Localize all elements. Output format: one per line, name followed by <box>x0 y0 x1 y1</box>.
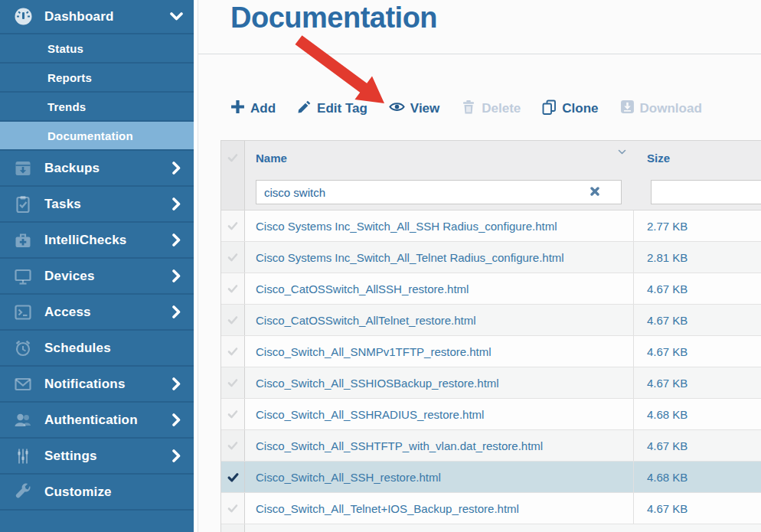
medkit-icon <box>11 230 34 250</box>
chevron-right-icon <box>172 233 181 246</box>
toolbar-button-label: Download <box>640 101 702 116</box>
table-row-selected[interactable]: Cisco_Switch_All_SSH_restore.html 4.68 K… <box>221 462 761 493</box>
clone-icon <box>542 100 557 119</box>
document-size: 4.68 KB <box>647 471 688 484</box>
name-filter-input[interactable] <box>256 180 622 204</box>
column-menu-chevron-icon[interactable] <box>618 149 626 155</box>
delete-button: Delete <box>461 100 521 119</box>
row-checkbox-checked[interactable] <box>221 462 245 492</box>
sidebar-item-label: Customize <box>44 485 112 500</box>
download-icon <box>620 100 635 118</box>
sidebar-item-devices[interactable]: Devices <box>0 259 194 295</box>
column-header-name[interactable]: Name <box>256 152 287 165</box>
sidebar-item-label: Tasks <box>44 197 81 212</box>
row-checkbox[interactable] <box>221 305 245 335</box>
sidebar-item-schedules[interactable]: Schedules <box>0 331 194 367</box>
sidebar-item-label: Documentation <box>47 129 133 142</box>
chevron-right-icon <box>172 269 181 282</box>
document-size: 4.68 KB <box>647 408 688 421</box>
document-name: Cisco_CatOSSwitch_AllTelnet_restore.html <box>256 314 476 327</box>
sidebar-item-reports[interactable]: Reports <box>0 64 194 93</box>
document-size: 4.67 KB <box>647 439 688 452</box>
row-checkbox[interactable] <box>221 430 245 461</box>
sidebar-item-intellichecks[interactable]: IntelliChecks <box>0 223 194 259</box>
table-row-partial <box>221 524 761 532</box>
sidebar-item-label: IntelliChecks <box>44 233 126 248</box>
table-row[interactable]: Cisco Systems Inc_Switch_All_Telnet Radi… <box>221 242 761 273</box>
sliders-icon <box>11 446 34 466</box>
sidebar: Dashboard Status Reports Trends Document… <box>0 0 194 532</box>
table-row[interactable]: Cisco Systems Inc_Switch_All_SSH Radius_… <box>221 211 761 242</box>
sidebar-item-dashboard[interactable]: Dashboard <box>0 0 194 34</box>
document-size: 2.81 KB <box>647 251 688 264</box>
terminal-icon <box>11 302 34 322</box>
sidebar-item-authentication[interactable]: Authentication <box>0 403 194 439</box>
document-size: 4.67 KB <box>647 502 688 515</box>
sidebar-item-documentation[interactable]: Documentation <box>0 122 194 151</box>
archive-icon <box>11 158 34 178</box>
chevron-down-icon <box>172 10 181 23</box>
size-filter-input[interactable] <box>651 180 761 204</box>
chevron-right-icon <box>172 197 181 211</box>
alarm-clock-icon <box>11 338 34 358</box>
sidebar-item-label: Access <box>44 305 91 320</box>
eye-icon <box>389 101 405 116</box>
sidebar-item-access[interactable]: Access <box>0 295 194 331</box>
sidebar-item-tasks[interactable]: Tasks <box>0 187 194 223</box>
row-checkbox[interactable] <box>221 242 245 273</box>
document-size: 4.67 KB <box>647 377 688 390</box>
sidebar-item-label: Schedules <box>44 341 111 356</box>
sidebar-item-label: Trends <box>47 100 86 113</box>
download-button: Download <box>620 100 702 118</box>
row-checkbox[interactable] <box>221 399 245 429</box>
clear-filter-icon[interactable] <box>590 186 600 197</box>
table-row[interactable]: Cisco_CatOSSwitch_AllSSH_restore.html 4.… <box>221 273 761 305</box>
row-checkbox[interactable] <box>221 367 245 398</box>
row-checkbox[interactable] <box>221 211 245 241</box>
table-row[interactable]: Cisco_Switch_All_SSHIOSBackup_restore.ht… <box>221 367 761 399</box>
view-button[interactable]: View <box>389 101 439 116</box>
sidebar-item-notifications[interactable]: Notifications <box>0 367 194 403</box>
table-row[interactable]: Cisco_Switch_All_Telnet+IOS_Backup_resto… <box>221 493 761 524</box>
toolbar-button-label: Edit Tag <box>317 101 367 116</box>
users-icon <box>11 410 34 430</box>
sidebar-item-label: Devices <box>44 269 95 284</box>
column-header-size[interactable]: Size <box>647 152 670 165</box>
row-checkbox[interactable] <box>221 273 245 304</box>
sidebar-item-trends[interactable]: Trends <box>0 93 194 122</box>
sidebar-item-label: Reports <box>47 71 92 84</box>
document-name: Cisco_Switch_All_Telnet+IOS_Backup_resto… <box>256 502 519 515</box>
sidebar-item-label: Settings <box>44 449 97 464</box>
toolbar-button-label: Delete <box>482 101 521 116</box>
sidebar-item-settings[interactable]: Settings <box>0 439 194 475</box>
table-row[interactable]: Cisco_Switch_All_SNMPv1TFTP_restore.html… <box>221 336 761 367</box>
toolbar-button-label: View <box>410 101 439 116</box>
chevron-right-icon <box>172 449 181 462</box>
sidebar-item-customize[interactable]: Customize <box>0 475 194 511</box>
select-all-checkbox[interactable] <box>221 141 245 175</box>
table-row[interactable]: Cisco_Switch_All_SSHTFTP_with_vlan.dat_r… <box>221 430 761 462</box>
table-row[interactable]: Cisco_Switch_All_SSHRADIUS_restore.html … <box>221 399 761 430</box>
filter-checkbox-cell <box>221 175 245 210</box>
sidebar-item-backups[interactable]: Backups <box>0 151 194 187</box>
document-name: Cisco_Switch_All_SSH_restore.html <box>256 471 441 484</box>
sidebar-item-label: Status <box>47 42 83 55</box>
edit-tag-button[interactable]: Edit Tag <box>297 100 367 118</box>
chevron-right-icon <box>172 162 181 175</box>
document-name: Cisco_Switch_All_SSHTFTP_with_vlan.dat_r… <box>256 439 543 452</box>
document-name: Cisco_Switch_All_SSHIOSBackup_restore.ht… <box>256 377 499 390</box>
document-size: 2.77 KB <box>647 220 688 233</box>
document-name: Cisco Systems Inc_Switch_All_Telnet Radi… <box>256 251 564 264</box>
clone-button[interactable]: Clone <box>542 100 598 119</box>
row-checkbox[interactable] <box>221 493 245 524</box>
wrench-icon <box>11 482 34 502</box>
sidebar-item-status[interactable]: Status <box>0 34 194 64</box>
chevron-right-icon <box>172 377 181 390</box>
add-button[interactable]: Add <box>230 100 276 118</box>
page-title: Documentation <box>230 2 437 34</box>
table-row[interactable]: Cisco_CatOSSwitch_AllTelnet_restore.html… <box>221 305 761 336</box>
row-checkbox[interactable] <box>221 336 245 367</box>
pencil-icon <box>297 100 312 118</box>
chevron-right-icon <box>172 305 181 318</box>
monitor-icon <box>11 266 34 286</box>
